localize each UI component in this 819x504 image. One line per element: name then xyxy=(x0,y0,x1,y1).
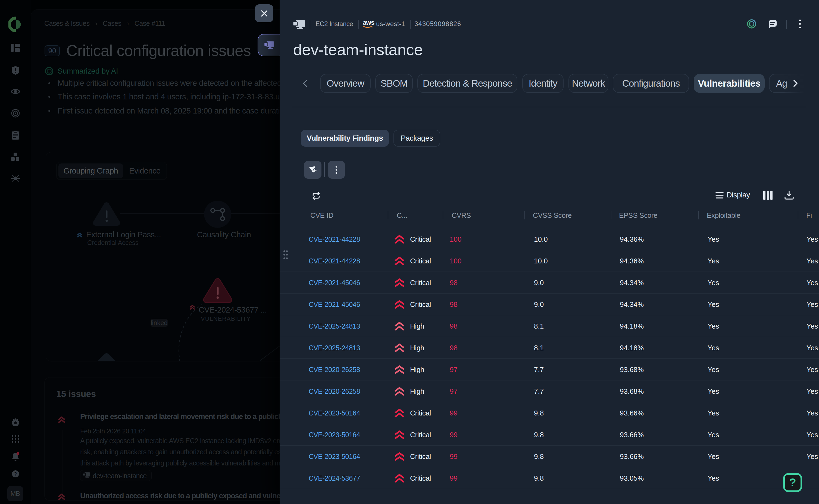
svg-text:aws: aws xyxy=(363,19,374,26)
